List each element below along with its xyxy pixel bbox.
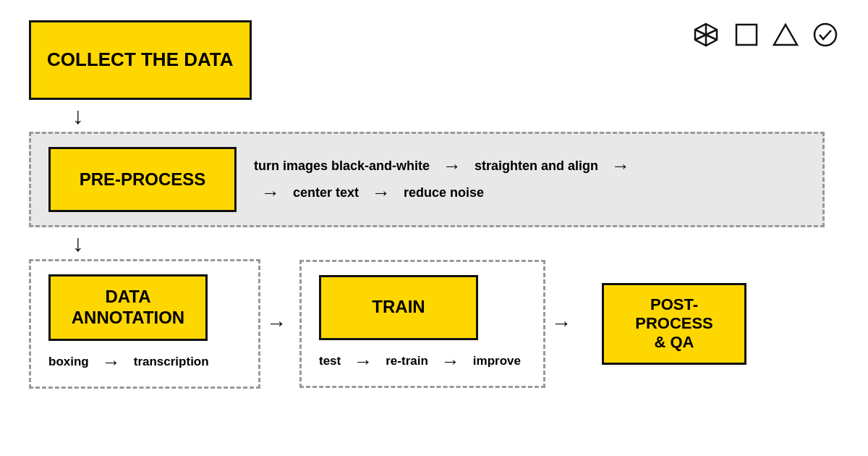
svg-rect-4 bbox=[736, 25, 757, 45]
arrow-down-1: ↓ bbox=[72, 100, 84, 132]
postprocess-container: POST-PROCESS & QA bbox=[584, 270, 764, 378]
preprocess-label: PRE-PROCESS bbox=[80, 169, 206, 190]
cube-icon bbox=[692, 20, 720, 56]
arrow-right-train2: → bbox=[434, 350, 467, 373]
annotation-sub-steps: boxing → transcription bbox=[48, 351, 209, 373]
step-center: center text bbox=[293, 185, 359, 200]
train-sub2: re-train bbox=[386, 354, 428, 368]
check-circle-icon bbox=[812, 21, 839, 55]
triangle-icon bbox=[773, 22, 799, 54]
preprocess-container: PRE-PROCESS turn images black-and-white … bbox=[29, 132, 825, 227]
annotation-sub1: boxing bbox=[48, 355, 89, 369]
svg-marker-5 bbox=[774, 25, 797, 45]
arrow-right-1: → bbox=[435, 155, 469, 177]
annotation-sub2: transcription bbox=[134, 355, 209, 369]
arrow-right-4: → bbox=[365, 182, 398, 204]
postprocess-box: POST-PROCESS & QA bbox=[602, 283, 746, 365]
step-noise: reduce noise bbox=[404, 185, 484, 200]
arrow-right-train1: → bbox=[346, 350, 380, 373]
arrow-between-ann-train: → bbox=[260, 312, 292, 335]
annotation-label: DATA ANNOTATION bbox=[72, 287, 184, 329]
preprocess-row-1: turn images black-and-white → straighten… bbox=[254, 155, 637, 177]
collect-data-box: COLLECT THE DATA bbox=[29, 20, 252, 100]
arrow-right-ann: → bbox=[95, 351, 128, 373]
step-straighten: straighten and align bbox=[475, 159, 598, 174]
train-label: TRAIN bbox=[372, 297, 425, 318]
train-sub3: improve bbox=[473, 354, 521, 368]
arrow-right-3: → bbox=[254, 182, 287, 204]
arrow-down-2: ↓ bbox=[72, 227, 84, 259]
preprocess-box: PRE-PROCESS bbox=[48, 147, 237, 212]
annotation-box: DATA ANNOTATION bbox=[48, 274, 208, 341]
icons-row bbox=[692, 20, 839, 56]
train-sub1: test bbox=[319, 354, 341, 368]
svg-point-6 bbox=[814, 24, 836, 46]
annotation-container: DATA ANNOTATION boxing → transcription bbox=[29, 259, 260, 389]
train-box: TRAIN bbox=[319, 275, 478, 340]
collect-data-label: COLLECT THE DATA bbox=[47, 48, 234, 71]
arrow-right-2: → bbox=[604, 155, 637, 177]
diagram-container: COLLECT THE DATA ↓ PRE-PROCESS turn imag… bbox=[0, 0, 868, 409]
step-black-white: turn images black-and-white bbox=[254, 159, 430, 174]
preprocess-row-2: → center text → reduce noise bbox=[254, 182, 637, 204]
bottom-section: DATA ANNOTATION boxing → transcription →… bbox=[29, 259, 744, 389]
arrow-between-train-post: → bbox=[545, 312, 577, 335]
train-container: TRAIN test → re-train → improve bbox=[299, 260, 545, 388]
preprocess-steps: turn images black-and-white → straighten… bbox=[254, 155, 637, 204]
square-icon bbox=[733, 22, 760, 54]
train-sub-steps: test → re-train → improve bbox=[319, 350, 521, 373]
postprocess-label: POST-PROCESS & QA bbox=[620, 295, 728, 352]
